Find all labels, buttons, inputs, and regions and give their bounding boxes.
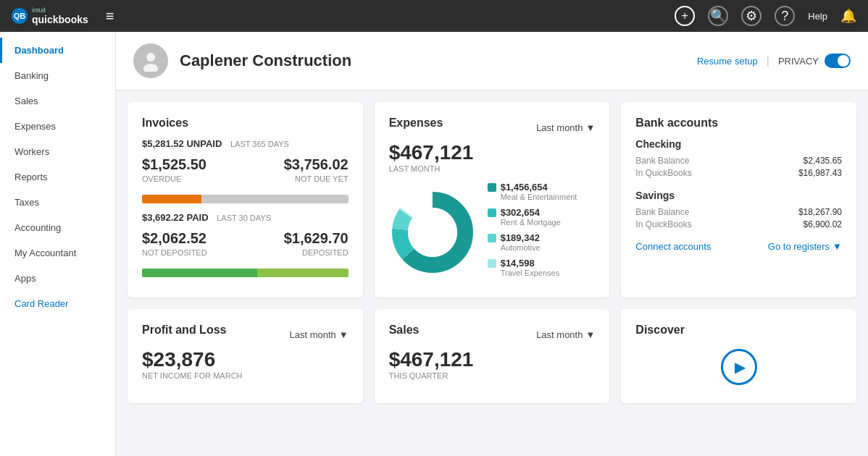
checking-bank-balance-value: $2,435.65 bbox=[804, 156, 842, 166]
app-logo: QB intuit quickbooks bbox=[12, 7, 88, 25]
svg-point-2 bbox=[146, 53, 155, 62]
legend-color-3 bbox=[488, 234, 496, 242]
legend-amount-1: $1,456,654 bbox=[501, 182, 577, 193]
checking-qb-label: In QuickBooks bbox=[635, 168, 691, 178]
savings-bank-balance-value: $18,267.90 bbox=[798, 207, 842, 217]
intuit-logo-icon: QB bbox=[12, 8, 28, 24]
pnl-period-chevron: ▼ bbox=[339, 329, 349, 340]
invoices-deposited-label: DEPOSITED bbox=[302, 248, 349, 257]
donut-svg bbox=[389, 189, 476, 276]
sidebar-item-banking[interactable]: Banking bbox=[0, 63, 115, 88]
svg-point-3 bbox=[143, 64, 158, 72]
legend-label-3: Automotive bbox=[501, 243, 541, 252]
bar-not-deposited bbox=[142, 269, 257, 277]
sales-period-label: Last month bbox=[536, 329, 583, 340]
legend-label-2: Rent & Mortgage bbox=[501, 218, 561, 227]
sidebar-item-reports[interactable]: Reports bbox=[0, 164, 115, 190]
expenses-sublabel: LAST MONTH bbox=[389, 164, 596, 173]
checking-qb-row: In QuickBooks $16,987.43 bbox=[635, 168, 842, 178]
invoices-deposit-labels: NOT DEPOSITED DEPOSITED bbox=[142, 248, 349, 264]
invoices-card: Invoices $5,281.52 UNPAID LAST 365 DAYS … bbox=[128, 102, 363, 297]
pnl-header-row: Profit and Loss Last month ▼ bbox=[142, 324, 349, 345]
savings-bank-balance-row: Bank Balance $18,267.90 bbox=[635, 207, 842, 217]
sales-header-row: Sales Last month ▼ bbox=[389, 324, 596, 345]
registers-chevron-icon: ▼ bbox=[832, 241, 842, 252]
invoices-unpaid-row: $5,281.52 UNPAID LAST 365 DAYS bbox=[142, 138, 349, 149]
discover-title: Discover bbox=[635, 324, 842, 337]
svg-point-8 bbox=[408, 208, 457, 257]
expenses-period-chevron: ▼ bbox=[585, 122, 595, 133]
invoices-paid-period: LAST 30 DAYS bbox=[217, 214, 271, 222]
sidebar-item-expenses[interactable]: Expenses bbox=[0, 114, 115, 139]
sidebar-item-dashboard[interactable]: Dashboard bbox=[0, 38, 115, 63]
notifications-icon[interactable]: 🔔 bbox=[840, 8, 856, 24]
sidebar-item-sales[interactable]: Sales bbox=[0, 88, 115, 114]
svg-text:QB: QB bbox=[14, 12, 26, 20]
bank-actions: Connect accounts Go to registers ▼ bbox=[635, 241, 842, 252]
expenses-period-selector[interactable]: Last month ▼ bbox=[536, 122, 595, 133]
sidebar-item-card-reader[interactable]: Card Reader bbox=[0, 291, 115, 316]
savings-qb-value: $6,900.02 bbox=[804, 219, 842, 229]
legend-amount-4: $14,598 bbox=[501, 258, 560, 269]
sidebar-item-workers[interactable]: Workers bbox=[0, 139, 115, 164]
discover-card: Discover ▶ bbox=[621, 309, 856, 403]
invoices-notdue-label: NOT DUE YET bbox=[295, 174, 349, 183]
invoices-not-deposited-label: NOT DEPOSITED bbox=[142, 248, 207, 257]
company-avatar bbox=[133, 43, 168, 78]
expenses-header-row: Expenses Last month ▼ bbox=[389, 117, 596, 138]
expenses-card: Expenses Last month ▼ $467,121 LAST MONT… bbox=[375, 102, 610, 297]
savings-qb-label: In QuickBooks bbox=[635, 219, 691, 229]
invoices-title: Invoices bbox=[142, 117, 349, 130]
sidebar-item-accounting[interactable]: Accounting bbox=[0, 215, 115, 240]
page-header: Caplener Construction Resume setup | PRI… bbox=[116, 32, 868, 90]
bar-overdue bbox=[142, 195, 201, 203]
hamburger-menu[interactable]: ≡ bbox=[106, 8, 114, 25]
pnl-title: Profit and Loss bbox=[142, 324, 226, 337]
discover-content: ▶ bbox=[635, 345, 842, 389]
savings-section: Savings Bank Balance $18,267.90 In Quick… bbox=[635, 190, 842, 229]
expenses-legend: $1,456,654 Meal & Entertainment $302,654… bbox=[488, 182, 596, 283]
bank-accounts-card: Bank accounts Checking Bank Balance $2,4… bbox=[621, 102, 856, 297]
privacy-toggle[interactable] bbox=[825, 54, 851, 68]
legend-color-1 bbox=[488, 183, 496, 192]
legend-item-2: $302,654 Rent & Mortgage bbox=[488, 207, 596, 227]
pnl-period-label: Last month bbox=[289, 329, 335, 340]
company-name: Caplener Construction bbox=[180, 51, 351, 70]
sidebar-item-apps[interactable]: Apps bbox=[0, 266, 115, 291]
checking-bank-balance-row: Bank Balance $2,435.65 bbox=[635, 156, 842, 166]
checking-section: Checking Bank Balance $2,435.65 In Quick… bbox=[635, 138, 842, 178]
invoices-unpaid-amount: $5,281.52 UNPAID bbox=[142, 138, 222, 149]
legend-item-3: $189,342 Automotive bbox=[488, 232, 596, 252]
header-divider: | bbox=[767, 54, 769, 67]
savings-qb-row: In QuickBooks $6,900.02 bbox=[635, 219, 842, 229]
go-to-registers-link[interactable]: Go to registers ▼ bbox=[768, 241, 842, 252]
dashboard-grid: Invoices $5,281.52 UNPAID LAST 365 DAYS … bbox=[116, 90, 868, 415]
help-icon[interactable]: ? bbox=[775, 6, 795, 26]
discover-play-button[interactable]: ▶ bbox=[721, 349, 757, 385]
pnl-period-selector[interactable]: Last month ▼ bbox=[289, 329, 348, 340]
sidebar-item-taxes[interactable]: Taxes bbox=[0, 190, 115, 215]
help-label: Help bbox=[808, 11, 827, 22]
expenses-title: Expenses bbox=[389, 117, 443, 130]
bank-accounts-title: Bank accounts bbox=[635, 117, 842, 130]
resume-setup-link[interactable]: Resume setup bbox=[697, 56, 758, 67]
sales-card: Sales Last month ▼ $467,121 THIS QUARTER bbox=[375, 309, 610, 403]
settings-icon[interactable]: ⚙ bbox=[741, 6, 761, 26]
add-icon[interactable]: + bbox=[675, 6, 695, 26]
play-icon: ▶ bbox=[735, 358, 746, 376]
invoices-paid-row: $3,692.22 PAID LAST 30 DAYS bbox=[142, 212, 349, 223]
checking-bank-balance-label: Bank Balance bbox=[635, 156, 689, 166]
sidebar-item-my-accountant[interactable]: My Accountant bbox=[0, 240, 115, 266]
legend-amount-3: $189,342 bbox=[501, 232, 541, 243]
go-to-registers-label: Go to registers bbox=[768, 241, 830, 252]
connect-accounts-link[interactable]: Connect accounts bbox=[635, 241, 711, 252]
legend-color-4 bbox=[488, 259, 496, 268]
bar-notdue bbox=[201, 195, 348, 203]
pnl-amount: $23,876 bbox=[142, 348, 349, 371]
search-icon[interactable]: 🔍 bbox=[708, 6, 728, 26]
sales-period-selector[interactable]: Last month ▼ bbox=[536, 329, 595, 340]
expenses-amount: $467,121 bbox=[389, 141, 596, 164]
avatar-icon bbox=[140, 50, 162, 72]
sales-amount: $467,121 bbox=[389, 348, 596, 371]
invoices-paid-amount: $3,692.22 PAID bbox=[142, 212, 209, 223]
